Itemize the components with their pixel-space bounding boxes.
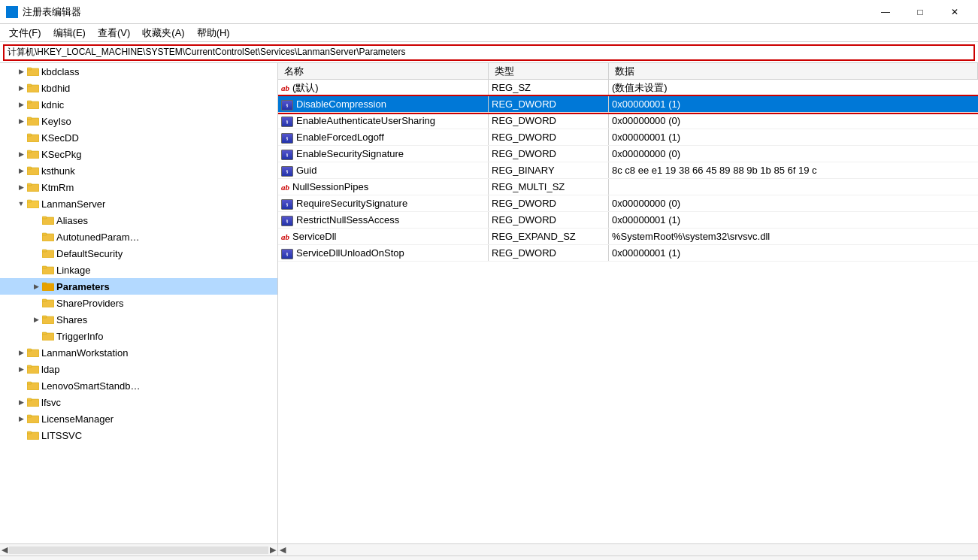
address-path-input[interactable]: 计算机\HKEY_LOCAL_MACHINE\SYSTEM\CurrentCon… [3, 44, 975, 61]
tree-item[interactable]: ▶ Parameters [0, 278, 277, 295]
value-row[interactable]: § DisableCompressionREG_DWORD0x00000001 … [278, 96, 978, 113]
left-scroll-left-btn[interactable]: ◀ [2, 545, 8, 555]
tree-expander-icon[interactable]: ▶ [15, 65, 27, 77]
value-row[interactable]: abServiceDllREG_EXPAND_SZ%SystemRoot%\sy… [278, 229, 978, 245]
tree-item[interactable]: Aliases [0, 212, 277, 229]
tree-item[interactable]: TriggerInfo [0, 328, 277, 344]
menu-file[interactable]: 文件(F) [3, 25, 47, 41]
value-row[interactable]: § ServiceDllUnloadOnStopREG_DWORD0x00000… [278, 245, 978, 262]
value-type-icon: § [281, 131, 293, 144]
maximize-button[interactable]: □ [903, 0, 937, 24]
value-type-cell: REG_SZ [489, 80, 609, 95]
tree-item[interactable]: ▶ KSecPkg [0, 146, 277, 162]
tree-expander-icon[interactable]: ▶ [15, 115, 27, 127]
tree-expander-icon[interactable] [30, 330, 42, 342]
tree-item[interactable]: ▼ LanmanServer [0, 195, 277, 212]
value-row[interactable]: § EnableSecuritySignatureREG_DWORD0x0000… [278, 146, 978, 162]
tree-item[interactable]: AutotunedParam… [0, 229, 277, 245]
right-scroll-left-btn[interactable]: ◀ [280, 545, 286, 555]
tree-expander-icon[interactable]: ▶ [15, 413, 27, 425]
minimize-button[interactable]: — [868, 0, 903, 24]
tree-expander-icon[interactable]: ▶ [15, 98, 27, 110]
value-row[interactable]: § EnableAuthenticateUserSharingREG_DWORD… [278, 113, 978, 129]
tree-expander-icon[interactable] [30, 231, 42, 243]
value-type-cell: REG_DWORD [489, 96, 609, 112]
menu-help[interactable]: 帮助(H) [191, 25, 236, 41]
tree-expander-icon[interactable] [30, 214, 42, 226]
left-scroll-area[interactable]: ◀ ▶ [0, 544, 278, 555]
tree-item[interactable]: KSecDD [0, 129, 277, 146]
tree-item[interactable]: ▶ Shares [0, 311, 277, 328]
svg-rect-27 [42, 250, 47, 252]
value-row[interactable]: § GuidREG_BINARY8c c8 ee e1 19 38 66 45 … [278, 162, 978, 179]
value-name-cell: § EnableSecuritySignature [278, 146, 489, 162]
tree-item[interactable]: DefaultSecurity [0, 245, 277, 262]
svg-rect-13 [27, 134, 32, 136]
folder-icon [42, 330, 54, 343]
tree-expander-icon[interactable]: ▶ [30, 280, 42, 292]
tree-item[interactable]: ▶ LicenseManager [0, 410, 277, 427]
value-type-icon: § [281, 147, 293, 160]
value-row[interactable]: § EnableForcedLogoffREG_DWORD0x00000001 … [278, 129, 978, 146]
tree-expander-icon[interactable]: ▶ [15, 181, 27, 193]
tree-item[interactable]: ▶ ksthunk [0, 162, 277, 179]
tree-expander-icon[interactable]: ▶ [30, 313, 42, 325]
tree-expander-icon[interactable] [30, 247, 42, 259]
tree-expander-icon[interactable] [15, 380, 27, 392]
tree-item-label: kbdclass [41, 66, 80, 77]
right-scroll-area[interactable]: ◀ [278, 544, 978, 555]
bottom-scrollbar[interactable]: ◀ ▶ ◀ [0, 543, 978, 555]
tree-item[interactable]: LenovoSmartStandb… [0, 377, 277, 394]
values-content[interactable]: ab(默认)REG_SZ(数值未设置) § DisableCompression… [278, 80, 978, 543]
main-content: ▶ kbdclass▶ kbdhid▶ kdnic▶ KeyIso KSecDD… [0, 63, 978, 543]
tree-expander-icon[interactable] [30, 297, 42, 309]
value-name-text: EnableSecuritySignature [296, 148, 404, 159]
tree-item[interactable]: ▶ KtmRm [0, 179, 277, 195]
tree-item[interactable]: ▶ lfsvc [0, 394, 277, 410]
value-data-cell [609, 179, 978, 195]
value-row[interactable]: ab(默认)REG_SZ(数值未设置) [278, 80, 978, 96]
menu-view[interactable]: 查看(V) [92, 25, 136, 41]
value-type-cell: REG_DWORD [489, 212, 609, 228]
value-name-cell: § EnableForcedLogoff [278, 129, 489, 145]
tree-item[interactable]: Linkage [0, 262, 277, 278]
tree-expander-icon[interactable]: ▶ [15, 82, 27, 94]
tree-expander-icon[interactable]: ▶ [15, 396, 27, 408]
folder-icon [42, 280, 54, 293]
tree-item[interactable]: LITSSVC [0, 427, 277, 443]
tree-expander-icon[interactable] [30, 264, 42, 276]
tree-item[interactable]: ▶ ldap [0, 361, 277, 377]
tree-expander-icon[interactable]: ▶ [15, 165, 27, 177]
folder-icon [27, 363, 39, 376]
tree-item[interactable]: ▶ kbdclass [0, 63, 277, 80]
tree-item[interactable]: ▶ kbdhid [0, 80, 277, 96]
tree-item[interactable]: ShareProviders [0, 295, 277, 311]
svg-rect-21 [27, 200, 32, 202]
left-scroll-right-btn[interactable]: ▶ [270, 545, 276, 555]
tree-item-label: ksthunk [41, 165, 75, 177]
tree-scrollbar[interactable]: ▶ kbdclass▶ kbdhid▶ kdnic▶ KeyIso KSecDD… [0, 63, 277, 543]
tree-item-label: Parameters [56, 281, 110, 292]
tree-expander-icon[interactable]: ▶ [15, 347, 27, 359]
tree-expander-icon[interactable] [15, 132, 27, 144]
tree-expander-icon[interactable] [15, 429, 27, 441]
value-row[interactable]: § RestrictNullSessAccessREG_DWORD0x00000… [278, 212, 978, 229]
tree-expander-icon[interactable]: ▼ [15, 198, 27, 210]
tree-item[interactable]: ▶ KeyIso [0, 113, 277, 129]
value-row[interactable]: § RequireSecuritySignatureREG_DWORD0x000… [278, 195, 978, 212]
folder-icon [27, 198, 39, 210]
value-data-cell: 0x00000000 (0) [609, 146, 978, 162]
folder-icon [27, 429, 39, 442]
value-row[interactable]: abNullSessionPipesREG_MULTI_SZ [278, 179, 978, 195]
close-button[interactable]: ✕ [937, 0, 972, 24]
tree-item[interactable]: ▶ kdnic [0, 96, 277, 113]
svg-rect-43 [27, 382, 32, 384]
tree-expander-icon[interactable]: ▶ [15, 148, 27, 160]
menu-edit[interactable]: 编辑(E) [47, 25, 92, 41]
value-type-icon: § [281, 197, 293, 210]
left-scrollbar-thumb[interactable] [9, 546, 268, 554]
tree-item[interactable]: ▶ LanmanWorkstation [0, 344, 277, 361]
value-name-cell: abServiceDll [278, 229, 489, 244]
menu-favorites[interactable]: 收藏夹(A) [136, 25, 190, 41]
tree-expander-icon[interactable]: ▶ [15, 363, 27, 375]
